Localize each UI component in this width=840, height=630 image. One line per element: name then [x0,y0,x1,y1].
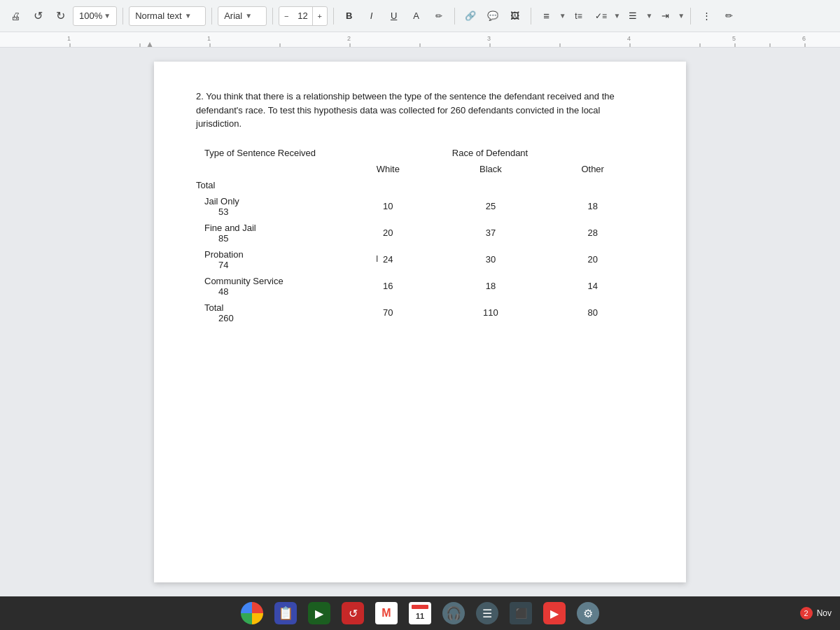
row-label: Probation [204,249,328,260]
divider-7 [690,8,691,24]
zoom-value: 100% [79,10,102,21]
taskbar-refresh[interactable]: ↺ [339,599,367,627]
files-icon: 📋 [274,602,297,624]
table-section: Type of Sentence Received Race of Defend… [196,145,644,326]
text-style-dropdown[interactable]: Normal text ▼ [129,6,206,26]
total-other: 80 [541,300,644,326]
line-spacing-button[interactable]: t≡ [569,6,589,26]
row-fine-label: Fine and Jail 85 [196,220,336,246]
taskbar-files[interactable]: 📋 [272,599,300,627]
row-label: Jail Only [204,196,328,206]
header-total-label: Total [196,177,336,193]
font-size-increase[interactable]: + [313,7,327,25]
taskbar-chrome[interactable] [238,599,266,627]
headset-icon: 🎧 [442,602,465,624]
row-community-label: Community Service 48 [196,273,336,300]
font-size-value[interactable]: 12 [293,7,312,25]
image-icon[interactable]: 🖼 [505,6,525,26]
svg-text:1: 1 [207,35,211,42]
probation-other: 20 [541,246,644,273]
table-row: Fine and Jail 85 20 37 28 [196,220,644,246]
row-label: Fine and Jail [204,223,328,233]
font-dropdown[interactable]: Arial ▼ [218,6,267,26]
table-row-total: Total 260 70 110 80 [196,300,644,326]
fine-black: 37 [440,220,542,246]
redo-icon[interactable]: ↻ [50,6,70,26]
menu-icon: ☰ [476,602,498,624]
probation-black: 30 [440,246,542,273]
svg-text:11: 11 [416,612,424,620]
taskbar-menu[interactable]: ☰ [473,599,501,627]
indent-button[interactable]: ⇥ [655,6,675,26]
jail-white: 10 [336,193,440,220]
print-icon[interactable]: 🖨 [6,6,25,26]
divider-2 [211,8,212,24]
taskbar-screen[interactable]: ⬛ [507,599,535,627]
svg-text:6: 6 [802,35,806,42]
row-total-label: Total 260 [196,300,336,326]
link-icon[interactable]: 🔗 [461,6,480,26]
probation-white: I 24 [336,246,440,273]
row-jail-label: Jail Only 53 [196,193,336,220]
indent-chevron[interactable]: ▼ [645,12,652,20]
calendar-icon: 11 [409,602,431,624]
font-size-decrease[interactable]: − [279,7,293,25]
more-options-button[interactable]: ⋮ [696,6,716,26]
pencil-button[interactable]: ✏ [719,6,738,26]
divider-1 [122,8,123,24]
taskbar-headset[interactable]: 🎧 [440,599,468,627]
zoom-chevron: ▼ [104,12,111,20]
chrome-icon [241,602,263,624]
row-sublabel: 260 [204,313,328,323]
total-white: 70 [336,300,440,326]
row-probation-label: Probation 74 [196,246,336,273]
fine-white: 20 [336,220,440,246]
undo-icon[interactable]: ↺ [28,6,48,26]
paragraph-text[interactable]: 2. You think that there is a relationshi… [196,90,644,131]
zoom-dropdown[interactable]: 100% ▼ [73,6,117,26]
svg-text:1: 1 [67,35,71,42]
list-chevron[interactable]: ▼ [614,12,621,20]
settings-icon: ⚙ [577,602,599,624]
row-sublabel: 74 [204,260,328,270]
italic-button[interactable]: I [362,6,382,26]
fine-other: 28 [541,220,644,246]
notification-badge: 2 [800,607,813,620]
community-other: 14 [541,273,644,300]
date-label: Nov [817,608,832,618]
row-label: Community Service [204,276,328,286]
divider-5 [454,8,455,24]
refresh-icon: ↺ [342,602,364,624]
taskbar-gmail[interactable]: M [372,599,400,627]
table-row: Community Service 48 16 18 14 [196,273,644,300]
table-header-race: Race of Defendant [336,145,644,161]
video-icon: ▶ [543,602,566,624]
table-row: Probation 74 I 24 30 20 [196,246,644,273]
taskbar-video[interactable]: ▶ [540,599,568,627]
taskbar-media[interactable]: ▶ [305,599,333,627]
checklist-button[interactable]: ✓≡ [592,6,611,26]
underline-button[interactable]: U [384,6,404,26]
comment-icon[interactable]: 💬 [483,6,503,26]
document-area[interactable]: 2. You think that there is a relationshi… [0,48,840,596]
font-color-button[interactable]: A [407,6,426,26]
highlight-button[interactable]: ✏ [429,6,449,26]
align-chevron[interactable]: ▼ [559,12,566,20]
row-sublabel: 85 [204,233,328,244]
table-header-sentence: Type of Sentence Received [196,145,336,161]
bullet-list-button[interactable]: ☰ [623,6,643,26]
text-style-label: Normal text [135,10,181,21]
taskbar-calendar[interactable]: 11 [406,599,434,627]
taskbar-settings[interactable]: ⚙ [574,599,602,627]
community-white: 16 [336,273,440,300]
divider-6 [531,8,531,24]
taskbar: 📋 ▶ ↺ M 11 🎧 ☰ ⬛ ▶ ⚙ 2 [0,596,840,630]
header-other: Other [541,161,644,177]
title-right-label: Race of Defendant [452,148,528,158]
ruler: 1 1 2 3 4 5 6 [0,32,840,48]
divider-3 [272,8,273,24]
svg-text:3: 3 [487,35,491,42]
indent-chevron2[interactable]: ▼ [678,12,685,20]
bold-button[interactable]: B [340,6,359,26]
align-button[interactable]: ≡ [537,6,556,26]
